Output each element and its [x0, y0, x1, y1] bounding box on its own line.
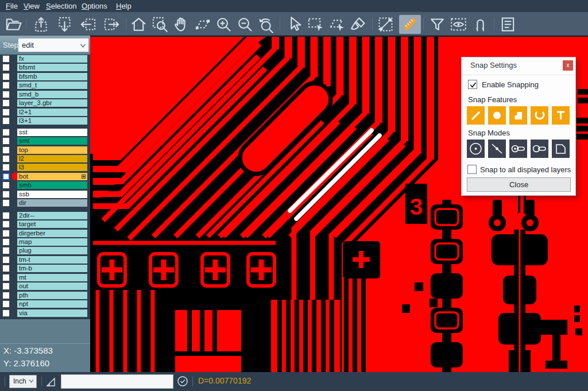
snap-feature-arc-button[interactable]: [531, 106, 548, 125]
layer-checkbox[interactable]: [2, 173, 10, 180]
layer-checkbox[interactable]: [2, 117, 10, 125]
layer-row[interactable]: out ⊞: [0, 282, 90, 290]
layer-checkbox[interactable]: [2, 220, 10, 228]
refresh-circle-icon[interactable]: [177, 375, 188, 387]
layer-checkbox[interactable]: [2, 300, 10, 308]
report-icon[interactable]: [499, 16, 516, 33]
select-rectangle-icon[interactable]: [307, 16, 324, 33]
zoom-previous-icon[interactable]: [257, 16, 274, 33]
zoom-polygon-icon[interactable]: [194, 16, 211, 33]
layer-row[interactable]: dirgerber ⊞: [0, 230, 90, 237]
layer-checkbox[interactable]: [2, 256, 10, 264]
snap-feature-line-button[interactable]: [467, 106, 485, 125]
measure-line-icon[interactable]: [377, 16, 394, 33]
layer-checkbox[interactable]: [2, 181, 10, 189]
measure-input[interactable]: [61, 374, 173, 389]
layer-row[interactable]: pth ⊞: [0, 292, 90, 299]
menu-file[interactable]: File: [6, 0, 18, 12]
layer-row[interactable]: target ⊞: [0, 220, 90, 228]
layer-row[interactable]: l2+1 ⊞: [0, 109, 90, 116]
layer-checkbox[interactable]: [2, 82, 10, 89]
zoom-window-icon[interactable]: [151, 16, 168, 33]
snap-close-button[interactable]: Close: [467, 177, 571, 192]
layer-checkbox[interactable]: [2, 91, 10, 98]
layer-row[interactable]: smt ⊞: [0, 137, 90, 145]
layer-checkbox[interactable]: [2, 265, 10, 272]
layer-row[interactable]: smd_b ⊞: [0, 91, 90, 98]
layer-row[interactable]: layer_3.gbr ⊞: [0, 99, 90, 107]
snap-mode-slot-center-button[interactable]: [509, 140, 527, 158]
layer-checkbox[interactable]: [2, 274, 10, 281]
layer-checkbox[interactable]: [2, 247, 10, 254]
layer-row[interactable]: bfsmt ⊞: [0, 64, 90, 71]
layer-checkbox[interactable]: [2, 64, 10, 71]
layer-checkbox[interactable]: [2, 146, 10, 154]
layer-row[interactable]: mt ⊞: [0, 274, 90, 281]
layer-row[interactable]: bfsmb ⊞: [0, 73, 90, 80]
layer-row[interactable]: tm-b ⊞: [0, 265, 90, 272]
layer-checkbox[interactable]: [2, 230, 10, 237]
snap-mode-slot-outline-button[interactable]: [531, 140, 548, 158]
layer-row[interactable]: smd_t ⊞: [0, 82, 90, 89]
menu-options[interactable]: Options: [82, 0, 107, 12]
layer-row[interactable]: fx ⊞: [0, 55, 90, 63]
layer-checkbox[interactable]: [2, 238, 10, 246]
layer-checkbox[interactable]: [2, 99, 10, 107]
open-folder-icon[interactable]: [5, 16, 22, 33]
layer-row[interactable]: via ⊞: [0, 309, 90, 317]
unit-select[interactable]: Inch: [9, 375, 37, 388]
layer-row[interactable]: map ⊞: [0, 238, 90, 246]
layer-checkbox[interactable]: [2, 191, 10, 198]
menu-help[interactable]: Help: [116, 0, 131, 12]
view-eye-icon[interactable]: [450, 16, 467, 33]
layer-checkbox[interactable]: [2, 292, 10, 299]
home-icon[interactable]: [130, 16, 147, 33]
layer-row[interactable]: l2 ⊞: [0, 155, 90, 162]
layer-checkbox[interactable]: [2, 199, 10, 207]
layer-checkbox[interactable]: [2, 282, 10, 290]
snap-feature-circle-button[interactable]: [488, 106, 506, 125]
layer-row[interactable]: bot ⊞: [0, 173, 90, 180]
zoom-out-icon[interactable]: [236, 16, 253, 33]
layer-row[interactable]: smb ⊞: [0, 181, 90, 189]
menu-view[interactable]: View: [24, 0, 40, 12]
step-select[interactable]: edit: [18, 38, 89, 52]
pan-hand-icon[interactable]: [172, 16, 189, 33]
close-icon[interactable]: x: [563, 60, 573, 71]
move-up-icon[interactable]: [32, 16, 49, 33]
snap-feature-text-button[interactable]: [552, 106, 570, 125]
zoom-in-icon[interactable]: [215, 16, 232, 33]
layer-checkbox[interactable]: [2, 129, 10, 136]
layer-row[interactable]: npt ⊞: [0, 300, 90, 308]
layer-row[interactable]: l3+1 ⊞: [0, 117, 90, 125]
filter-icon[interactable]: [428, 16, 446, 33]
layer-checkbox[interactable]: [2, 164, 10, 171]
layer-row[interactable]: sst ⊞: [0, 129, 90, 136]
layer-checkbox[interactable]: [2, 55, 10, 63]
layer-row[interactable]: 2dir-- ⊞: [0, 212, 90, 219]
layer-checkbox[interactable]: [2, 212, 10, 219]
corner-angle-icon[interactable]: [45, 375, 57, 388]
layer-row[interactable]: l3 ⊞: [0, 164, 90, 171]
layer-checkbox[interactable]: [2, 73, 10, 80]
layer-checkbox[interactable]: [2, 155, 10, 162]
layer-checkbox[interactable]: [2, 309, 10, 317]
enable-snapping-checkbox[interactable]: [468, 80, 477, 89]
snap-mode-center-button[interactable]: [467, 140, 485, 158]
layer-row[interactable]: dir ⊞: [0, 199, 90, 207]
move-right-icon[interactable]: [103, 16, 120, 33]
layer-row[interactable]: top ⊞: [0, 146, 90, 154]
measure-ruler-button[interactable]: [399, 15, 421, 34]
layer-checkbox[interactable]: [2, 109, 10, 116]
move-down-icon[interactable]: [56, 16, 73, 33]
layer-row[interactable]: tm-t ⊞: [0, 256, 90, 264]
snap-mode-point-button[interactable]: [488, 140, 506, 158]
paint-brush-icon[interactable]: [349, 16, 366, 33]
select-cursor-icon[interactable]: [285, 16, 303, 33]
menu-selection[interactable]: Selection: [46, 0, 76, 12]
select-polygon-icon[interactable]: [328, 16, 345, 33]
snap-all-layers-checkbox[interactable]: [467, 165, 477, 174]
snap-mode-polygon-button[interactable]: [552, 140, 570, 158]
layer-row[interactable]: ssb ⊞: [0, 191, 90, 198]
snap-feature-surface-button[interactable]: [509, 106, 527, 125]
